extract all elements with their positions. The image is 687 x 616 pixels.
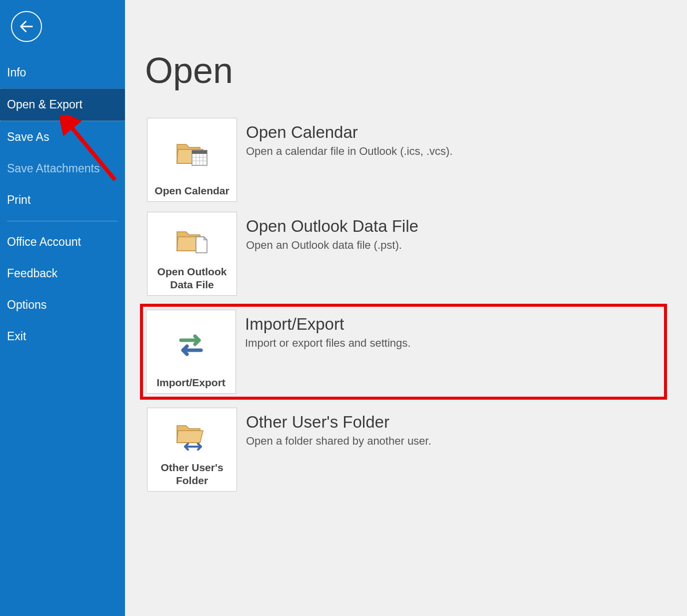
sidebar-item-office-account[interactable]: Office Account [0, 226, 125, 258]
backstage-sidebar: Info Open & Export Save As Save Attachme… [0, 0, 125, 616]
import-export-button[interactable]: Import/Export [146, 310, 236, 394]
sidebar-item-options[interactable]: Options [0, 289, 125, 321]
other-users-folder-button[interactable]: Other User's Folder [147, 408, 237, 492]
sidebar-item-exit[interactable]: Exit [0, 321, 125, 352]
annotation-highlight-box: Import/Export Import/Export Import or ex… [140, 304, 667, 400]
option-title: Open Outlook Data File [246, 217, 418, 236]
open-data-file-button[interactable]: Open Outlook Data File [147, 212, 237, 296]
option-title: Import/Export [245, 315, 410, 334]
arrow-left-icon [18, 18, 35, 35]
open-calendar-button[interactable]: Open Calendar [147, 118, 237, 202]
folder-file-icon [176, 227, 208, 255]
sidebar-item-print[interactable]: Print [0, 184, 125, 216]
option-import-export: Import/Export Import/Export Import or ex… [146, 310, 661, 394]
arrows-swap-icon [175, 331, 207, 359]
option-title: Open Calendar [246, 123, 452, 142]
tile-label: Import/Export [156, 376, 226, 389]
option-desc: Open a folder shared by another user. [246, 435, 432, 448]
sidebar-item-save-attachments: Save Attachments [0, 153, 125, 184]
sidebar-item-save-as[interactable]: Save As [0, 121, 125, 153]
option-title: Other User's Folder [246, 413, 432, 432]
sidebar-nav: Info Open & Export Save As Save Attachme… [0, 57, 125, 352]
main-content: Open Open Calendar Open Calendar Open a … [125, 0, 687, 616]
option-desc: Open an Outlook data file (.pst). [246, 239, 418, 252]
tile-label: Open Calendar [154, 184, 229, 197]
folder-share-icon [176, 422, 208, 452]
svg-rect-2 [192, 150, 207, 154]
option-open-calendar: Open Calendar Open Calendar Open a calen… [145, 116, 667, 204]
option-desc: Import or export files and settings. [245, 337, 410, 350]
sidebar-divider [7, 221, 118, 221]
option-open-data-file: Open Outlook Data File Open Outlook Data… [145, 210, 667, 298]
back-button[interactable] [11, 11, 42, 42]
folder-calendar-icon [176, 139, 208, 167]
option-desc: Open a calendar file in Outlook (.ics, .… [246, 145, 452, 158]
sidebar-item-open-export[interactable]: Open & Export [0, 88, 125, 121]
page-title: Open [145, 50, 667, 91]
tile-label: Other User's Folder [152, 461, 232, 488]
tile-label: Open Outlook Data File [152, 265, 232, 292]
sidebar-item-info[interactable]: Info [0, 57, 125, 88]
sidebar-item-feedback[interactable]: Feedback [0, 258, 125, 289]
option-other-users-folder: Other User's Folder Other User's Folder … [145, 406, 667, 494]
